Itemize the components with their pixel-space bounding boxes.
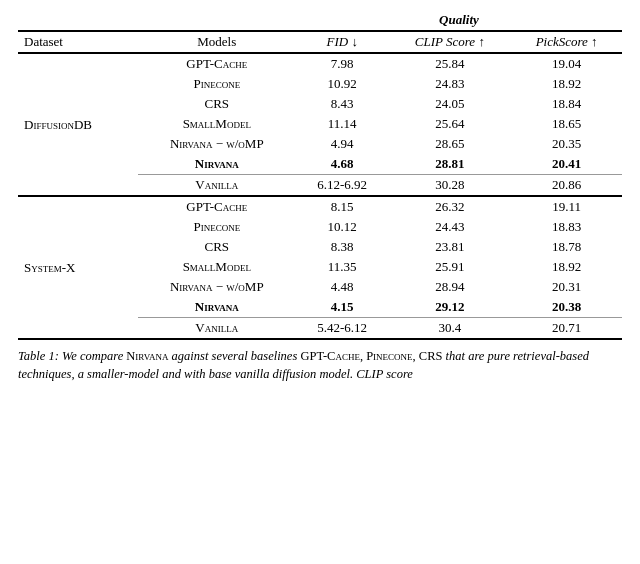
clip-value-cell: 24.43: [388, 217, 511, 237]
clip-value-cell: 28.65: [388, 134, 511, 154]
pick-value-cell: 20.31: [511, 277, 622, 297]
column-headers-row: Dataset Models FID ↓ CLIP Score ↑ PickSc…: [18, 31, 622, 53]
model-name-cell: GPT-Cache: [138, 53, 296, 74]
fid-value-cell: 10.92: [296, 74, 389, 94]
pick-value-cell: 18.65: [511, 114, 622, 134]
fid-value-cell: 8.38: [296, 237, 389, 257]
pick-value-cell: 18.92: [511, 257, 622, 277]
results-table: Quality Dataset Models FID ↓ CLIP Score …: [18, 10, 622, 340]
empty-header: [18, 10, 296, 31]
model-name-cell: CRS: [138, 237, 296, 257]
model-name-cell: Pinecone: [138, 74, 296, 94]
fid-value-cell: 4.48: [296, 277, 389, 297]
vanilla-clip-cell: 30.4: [388, 318, 511, 340]
clip-value-cell: 29.12: [388, 297, 511, 318]
model-name-cell: Nirvana − w/oMP: [138, 134, 296, 154]
model-name-cell: Nirvana − w/oMP: [138, 277, 296, 297]
fid-value-cell: 4.68: [296, 154, 389, 175]
vanilla-pick-cell: 20.71: [511, 318, 622, 340]
fid-value-cell: 11.14: [296, 114, 389, 134]
fid-value-cell: 10.12: [296, 217, 389, 237]
dataset-col-header: Dataset: [18, 31, 138, 53]
clip-value-cell: 24.83: [388, 74, 511, 94]
clip-value-cell: 25.64: [388, 114, 511, 134]
fid-value-cell: 11.35: [296, 257, 389, 277]
clip-value-cell: 28.81: [388, 154, 511, 175]
quality-header-row: Quality: [18, 10, 622, 31]
clip-value-cell: 26.32: [388, 196, 511, 217]
clip-value-cell: 23.81: [388, 237, 511, 257]
pick-value-cell: 18.84: [511, 94, 622, 114]
fid-value-cell: 8.15: [296, 196, 389, 217]
model-name-cell: Pinecone: [138, 217, 296, 237]
fid-col-header: FID ↓: [296, 31, 389, 53]
pick-col-header: PickScore ↑: [511, 31, 622, 53]
table-row: DiffusionDBGPT-Cache7.9825.8419.04: [18, 53, 622, 74]
vanilla-model-cell: Vanilla: [138, 175, 296, 197]
pick-value-cell: 19.11: [511, 196, 622, 217]
pick-value-cell: 18.83: [511, 217, 622, 237]
clip-value-cell: 25.84: [388, 53, 511, 74]
model-name-cell: Nirvana: [138, 154, 296, 175]
pick-value-cell: 20.35: [511, 134, 622, 154]
fid-value-cell: 4.15: [296, 297, 389, 318]
pick-value-cell: 20.38: [511, 297, 622, 318]
pick-value-cell: 19.04: [511, 53, 622, 74]
pick-value-cell: 18.78: [511, 237, 622, 257]
vanilla-pick-cell: 20.86: [511, 175, 622, 197]
clip-value-cell: 25.91: [388, 257, 511, 277]
vanilla-fid-cell: 5.42-6.12: [296, 318, 389, 340]
dataset-cell: DiffusionDB: [18, 53, 138, 196]
pick-value-cell: 20.41: [511, 154, 622, 175]
quality-group-header: Quality: [296, 10, 622, 31]
fid-value-cell: 7.98: [296, 53, 389, 74]
model-name-cell: GPT-Cache: [138, 196, 296, 217]
table-caption: Table 1: We compare Nirvana against seve…: [18, 348, 622, 383]
vanilla-model-cell: Vanilla: [138, 318, 296, 340]
table-container: Quality Dataset Models FID ↓ CLIP Score …: [18, 10, 622, 340]
model-name-cell: SmallModel: [138, 114, 296, 134]
fid-value-cell: 8.43: [296, 94, 389, 114]
table-row: System-XGPT-Cache8.1526.3219.11: [18, 196, 622, 217]
fid-value-cell: 4.94: [296, 134, 389, 154]
vanilla-clip-cell: 30.28: [388, 175, 511, 197]
vanilla-fid-cell: 6.12-6.92: [296, 175, 389, 197]
model-name-cell: CRS: [138, 94, 296, 114]
clip-value-cell: 24.05: [388, 94, 511, 114]
clip-col-header: CLIP Score ↑: [388, 31, 511, 53]
clip-value-cell: 28.94: [388, 277, 511, 297]
pick-value-cell: 18.92: [511, 74, 622, 94]
dataset-cell: System-X: [18, 196, 138, 339]
model-name-cell: Nirvana: [138, 297, 296, 318]
models-col-header: Models: [138, 31, 296, 53]
model-name-cell: SmallModel: [138, 257, 296, 277]
